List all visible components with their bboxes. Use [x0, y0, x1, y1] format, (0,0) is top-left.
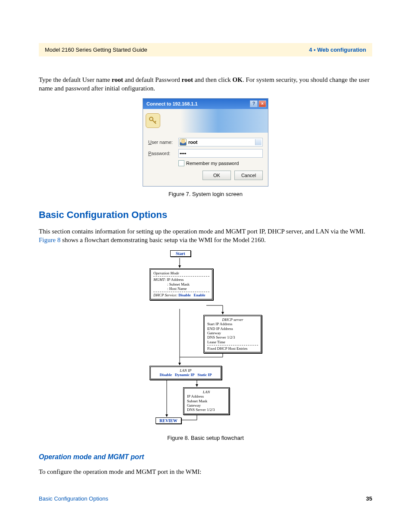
dialog-titlebar: Connect to 192.168.1.1 ? ×: [143, 99, 268, 109]
intro-mid2: and then click: [193, 76, 233, 83]
figure-8-caption: Figure 8. Basic setup flowchart: [39, 435, 372, 441]
username-field[interactable]: root: [178, 138, 263, 146]
section-paragraph: This section contains information for se…: [39, 227, 372, 245]
cancel-button[interactable]: Cancel: [234, 171, 263, 180]
figure-8-container: Start Operation Mode MGMT: IP Address : …: [39, 249, 372, 430]
password-field[interactable]: ••••: [178, 149, 263, 158]
figure-8-link[interactable]: Figure 8: [39, 236, 60, 243]
keys-icon: [146, 113, 160, 128]
intro-root2: root: [182, 76, 193, 83]
flow-lan-ip-box: LAN IP Disable Dynamic IP Static IP: [149, 366, 222, 380]
section-pre: This section contains information for se…: [39, 228, 365, 235]
intro-mid1: and default Password: [123, 76, 182, 83]
username-value: root: [188, 140, 197, 145]
footer-section: Basic Configuration Options: [39, 495, 108, 502]
footer-page-number: 35: [366, 495, 372, 502]
password-value: ••••: [180, 151, 186, 156]
password-label: Password:: [148, 151, 178, 156]
remember-checkbox[interactable]: [178, 160, 184, 166]
figure-7-caption: Figure 7. System login screen: [39, 191, 372, 197]
section-heading: Basic Configuration Options: [39, 209, 372, 221]
remember-label: Remember my password: [186, 161, 239, 166]
header-doc-title: Model 2160 Series Getting Started Guide: [45, 47, 147, 53]
svg-point-0: [149, 117, 153, 121]
intro-paragraph: Type the default User name root and defa…: [39, 75, 372, 93]
ok-button[interactable]: OK: [202, 171, 231, 180]
figure-7-container: Connect to 192.168.1.1 ? × User name: ro…: [39, 98, 372, 187]
intro-ok: OK: [233, 76, 243, 83]
flowchart: Start Operation Mode MGMT: IP Address : …: [137, 249, 274, 430]
flow-start: Start: [170, 250, 191, 257]
page-footer: Basic Configuration Options 35: [39, 495, 372, 502]
svg-line-2: [155, 121, 156, 122]
username-label: User name:: [148, 140, 178, 145]
intro-text: Type the default User name: [39, 76, 112, 83]
close-icon[interactable]: ×: [258, 100, 266, 107]
intro-root1: root: [112, 76, 123, 83]
help-icon[interactable]: ?: [250, 100, 258, 107]
section-post: shows a flowchart demonstrating basic se…: [60, 236, 265, 243]
login-dialog: Connect to 192.168.1.1 ? × User name: ro…: [143, 98, 268, 187]
flow-review: REVIEW: [156, 417, 181, 424]
header-chapter: 4 • Web configuration: [309, 47, 366, 53]
subsection-text: To configure the operation mode and MGMT…: [39, 467, 372, 476]
dialog-artwork: [143, 109, 268, 133]
person-icon: [180, 139, 187, 146]
flow-dhcp-server-box: DHCP server Start IP Address END IP Addr…: [203, 315, 262, 353]
page-header: Model 2160 Series Getting Started Guide …: [39, 43, 372, 56]
flow-lan-box: LAN IP Address Subnet Mask Gateway DNS S…: [183, 387, 230, 415]
subsection-heading: Operation mode and MGMT port: [39, 453, 372, 461]
dialog-title: Connect to 192.168.1.1: [146, 101, 198, 106]
flow-opmode-box: Operation Mode MGMT: IP Address : Subnet…: [149, 268, 213, 300]
